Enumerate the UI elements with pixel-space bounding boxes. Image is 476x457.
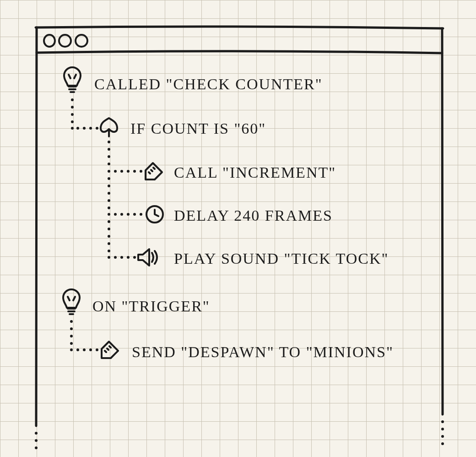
node-delay[interactable]: DELAY 240 FRAMES: [146, 206, 333, 224]
svg-point-37: [127, 213, 130, 216]
node-called-check-counter[interactable]: CALLED "CHECK COUNTER": [64, 67, 323, 92]
svg-point-35: [114, 213, 117, 216]
svg-point-7: [44, 35, 55, 47]
connector: [108, 220, 136, 259]
svg-point-39: [140, 213, 142, 216]
connector: [70, 320, 98, 351]
svg-point-55: [70, 348, 73, 351]
svg-point-46: [108, 256, 110, 259]
svg-point-34: [108, 213, 110, 216]
svg-point-25: [120, 170, 123, 173]
clock-icon: [146, 206, 163, 223]
node-call-increment[interactable]: CALL "INCREMENT": [146, 163, 336, 181]
svg-point-45: [108, 250, 110, 252]
svg-point-48: [120, 256, 123, 259]
svg-point-54: [70, 342, 73, 345]
svg-point-19: [108, 141, 110, 143]
node-play-sound[interactable]: PLAY SOUND "TICK TOCK": [138, 249, 389, 267]
svg-point-5: [441, 435, 444, 438]
svg-point-6: [441, 442, 444, 445]
tag-icon: [102, 342, 118, 358]
svg-point-38: [133, 213, 136, 216]
svg-point-3: [441, 420, 444, 423]
svg-point-43: [108, 235, 110, 238]
svg-point-0: [35, 432, 38, 435]
node-send-despawn[interactable]: SEND "DESPAWN" TO "MINIONS": [102, 342, 394, 360]
connector: [108, 141, 142, 173]
svg-point-8: [59, 35, 71, 47]
lightbulb-icon: [64, 67, 81, 92]
svg-point-53: [70, 335, 73, 337]
svg-point-18: [96, 127, 98, 130]
svg-point-49: [127, 256, 130, 259]
svg-point-33: [108, 207, 110, 209]
svg-point-15: [76, 127, 79, 130]
svg-point-31: [108, 192, 110, 195]
svg-point-11: [71, 106, 74, 109]
node-label: PLAY SOUND "TICK TOCK": [174, 250, 389, 267]
svg-point-27: [133, 170, 136, 173]
svg-point-50: [133, 256, 136, 259]
svg-point-2: [35, 446, 38, 449]
svg-point-47: [114, 256, 117, 259]
svg-point-30: [108, 185, 110, 187]
node-label: IF COUNT IS "60": [130, 120, 266, 137]
svg-point-44: [108, 242, 110, 245]
svg-point-20: [108, 148, 110, 151]
svg-point-21: [108, 155, 110, 158]
svg-point-10: [71, 98, 74, 101]
svg-point-56: [76, 348, 79, 351]
node-on-trigger[interactable]: ON "TRIGGER": [63, 289, 210, 315]
svg-point-16: [83, 127, 86, 130]
lightbulb-icon: [63, 289, 80, 314]
svg-point-52: [70, 327, 73, 330]
node-label: CALLED "CHECK COUNTER": [94, 76, 323, 92]
svg-point-24: [114, 170, 117, 173]
svg-point-51: [70, 320, 73, 323]
branch-icon: [101, 118, 117, 136]
node-if-count[interactable]: IF COUNT IS "60": [101, 118, 266, 137]
svg-point-12: [71, 113, 74, 116]
svg-point-26: [127, 170, 130, 173]
svg-point-14: [71, 127, 74, 130]
svg-point-59: [96, 348, 98, 351]
svg-point-57: [83, 348, 86, 351]
svg-point-42: [108, 228, 110, 230]
svg-point-32: [108, 199, 110, 202]
node-label: ON "TRIGGER": [92, 298, 210, 315]
svg-point-23: [108, 170, 110, 173]
svg-point-41: [108, 220, 110, 223]
svg-point-29: [108, 177, 110, 180]
node-label: CALL "INCREMENT": [174, 164, 336, 181]
svg-point-4: [441, 428, 444, 430]
node-label: SEND "DESPAWN" TO "MINIONS": [132, 343, 394, 360]
tag-icon: [146, 163, 162, 180]
speaker-icon: [138, 249, 157, 266]
svg-point-1: [35, 439, 38, 442]
svg-point-9: [76, 35, 87, 47]
window-controls: [44, 35, 87, 47]
node-label: DELAY 240 FRAMES: [174, 207, 333, 224]
svg-point-28: [140, 170, 142, 173]
connector: [108, 177, 142, 216]
connector: [71, 98, 98, 130]
svg-point-58: [89, 348, 92, 351]
svg-point-13: [71, 120, 74, 123]
svg-point-36: [120, 213, 123, 216]
svg-point-22: [108, 163, 110, 165]
diagram-canvas: .ink{stroke:#1c1c1c;stroke-width:5;strok…: [0, 0, 476, 457]
svg-point-17: [89, 127, 92, 130]
